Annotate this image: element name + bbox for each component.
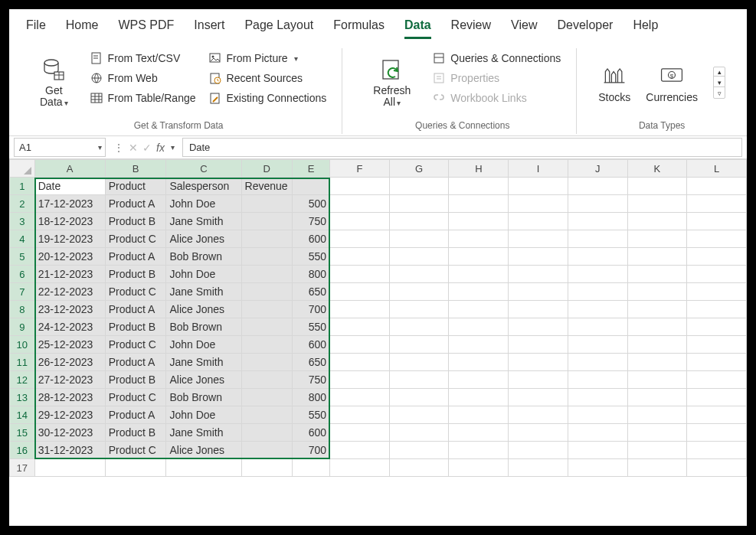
tab-wps-pdf[interactable]: WPS PDF xyxy=(118,18,174,39)
row-header-8[interactable]: 8 xyxy=(10,301,35,318)
cell-F15[interactable] xyxy=(330,424,390,442)
cell-D3[interactable] xyxy=(241,213,292,230)
cell-B16[interactable]: Product C xyxy=(105,442,166,459)
cell-J7[interactable] xyxy=(568,283,627,301)
cell-A7[interactable]: 22-12-2023 xyxy=(34,283,105,301)
cell-E5[interactable]: 550 xyxy=(293,248,330,266)
from-text-csv-button[interactable]: From Text/CSV xyxy=(88,50,198,67)
cell-E4[interactable]: 600 xyxy=(293,230,330,248)
cell-A8[interactable]: 23-12-2023 xyxy=(34,301,105,318)
cell-C3[interactable]: Jane Smith xyxy=(166,213,241,230)
cell-B2[interactable]: Product A xyxy=(105,195,166,213)
cancel-icon[interactable]: ✕ xyxy=(129,142,138,154)
tab-insert[interactable]: Insert xyxy=(194,18,224,39)
cell-E8[interactable]: 700 xyxy=(293,301,330,318)
cell-D14[interactable] xyxy=(241,406,292,424)
cell-F7[interactable] xyxy=(330,283,390,301)
cell-F13[interactable] xyxy=(330,389,390,406)
cell-E11[interactable]: 650 xyxy=(293,354,330,371)
cell-H12[interactable] xyxy=(449,371,509,389)
cell-H9[interactable] xyxy=(449,318,509,336)
formula-input[interactable]: Date xyxy=(182,138,742,157)
cell-A10[interactable]: 25-12-2023 xyxy=(34,336,105,354)
cell-C6[interactable]: John Doe xyxy=(166,266,241,283)
row-header-1[interactable]: 1 xyxy=(10,178,35,195)
cell-B13[interactable]: Product C xyxy=(105,389,166,406)
cell-B9[interactable]: Product B xyxy=(105,318,166,336)
get-data-button[interactable]: Get Data▾ xyxy=(25,48,83,117)
cell-L4[interactable] xyxy=(687,230,747,248)
cell-J6[interactable] xyxy=(568,266,627,283)
cell-H4[interactable] xyxy=(449,230,509,248)
cell-I16[interactable] xyxy=(509,442,568,459)
cell-C11[interactable]: Jane Smith xyxy=(166,354,241,371)
cell-B17[interactable] xyxy=(105,459,166,477)
cell-H1[interactable] xyxy=(449,178,509,195)
row-header-5[interactable]: 5 xyxy=(10,248,35,266)
cell-C9[interactable]: Bob Brown xyxy=(166,318,241,336)
existing-connections-button[interactable]: Existing Connections xyxy=(207,90,329,106)
cell-L17[interactable] xyxy=(687,459,747,477)
cell-F5[interactable] xyxy=(330,248,390,266)
cell-D12[interactable] xyxy=(241,371,292,389)
row-header-16[interactable]: 16 xyxy=(10,442,35,459)
more-button[interactable]: ⋮ xyxy=(113,142,124,154)
cell-L14[interactable] xyxy=(687,406,747,424)
cell-F2[interactable] xyxy=(330,195,390,213)
currencies-button[interactable]: $ Currencies xyxy=(646,62,698,103)
cell-H16[interactable] xyxy=(449,442,509,459)
row-header-11[interactable]: 11 xyxy=(10,354,35,371)
cell-J12[interactable] xyxy=(568,371,627,389)
cell-L8[interactable] xyxy=(687,301,747,318)
cell-A2[interactable]: 17-12-2023 xyxy=(34,195,105,213)
cell-B8[interactable]: Product A xyxy=(105,301,166,318)
cell-K12[interactable] xyxy=(627,371,687,389)
cell-J11[interactable] xyxy=(568,354,627,371)
cell-I5[interactable] xyxy=(509,248,568,266)
cell-D13[interactable] xyxy=(241,389,292,406)
row-header-17[interactable]: 17 xyxy=(10,459,35,477)
cell-I15[interactable] xyxy=(509,424,568,442)
cell-K8[interactable] xyxy=(627,301,687,318)
cell-H13[interactable] xyxy=(449,389,509,406)
cell-G7[interactable] xyxy=(389,283,449,301)
cell-L2[interactable] xyxy=(687,195,747,213)
cell-H10[interactable] xyxy=(449,336,509,354)
cell-H11[interactable] xyxy=(449,354,509,371)
cell-K11[interactable] xyxy=(627,354,687,371)
cell-G3[interactable] xyxy=(389,213,449,230)
cell-D17[interactable] xyxy=(241,459,292,477)
col-header-E[interactable]: E xyxy=(293,160,330,178)
cell-C10[interactable]: John Doe xyxy=(166,336,241,354)
tab-developer[interactable]: Developer xyxy=(557,18,613,39)
cell-L11[interactable] xyxy=(687,354,747,371)
cell-A3[interactable]: 18-12-2023 xyxy=(34,213,105,230)
col-header-F[interactable]: F xyxy=(330,160,390,178)
cell-G11[interactable] xyxy=(389,354,449,371)
cell-K17[interactable] xyxy=(627,459,687,477)
cell-I1[interactable] xyxy=(509,178,568,195)
cell-K6[interactable] xyxy=(627,266,687,283)
cell-E2[interactable]: 500 xyxy=(293,195,330,213)
cell-J4[interactable] xyxy=(568,230,627,248)
cell-L10[interactable] xyxy=(687,336,747,354)
cell-I11[interactable] xyxy=(509,354,568,371)
cell-A15[interactable]: 30-12-2023 xyxy=(34,424,105,442)
cell-L5[interactable] xyxy=(687,248,747,266)
cell-J14[interactable] xyxy=(568,406,627,424)
cell-G8[interactable] xyxy=(389,301,449,318)
cell-L16[interactable] xyxy=(687,442,747,459)
col-header-K[interactable]: K xyxy=(627,160,687,178)
cell-J16[interactable] xyxy=(568,442,627,459)
cell-G1[interactable] xyxy=(389,178,449,195)
row-header-13[interactable]: 13 xyxy=(10,389,35,406)
cell-C4[interactable]: Alice Jones xyxy=(166,230,241,248)
row-header-15[interactable]: 15 xyxy=(10,424,35,442)
cell-G6[interactable] xyxy=(389,266,449,283)
cell-H17[interactable] xyxy=(449,459,509,477)
cell-F9[interactable] xyxy=(330,318,390,336)
cell-D16[interactable] xyxy=(241,442,292,459)
cell-B3[interactable]: Product B xyxy=(105,213,166,230)
cell-D15[interactable] xyxy=(241,424,292,442)
cell-K4[interactable] xyxy=(627,230,687,248)
